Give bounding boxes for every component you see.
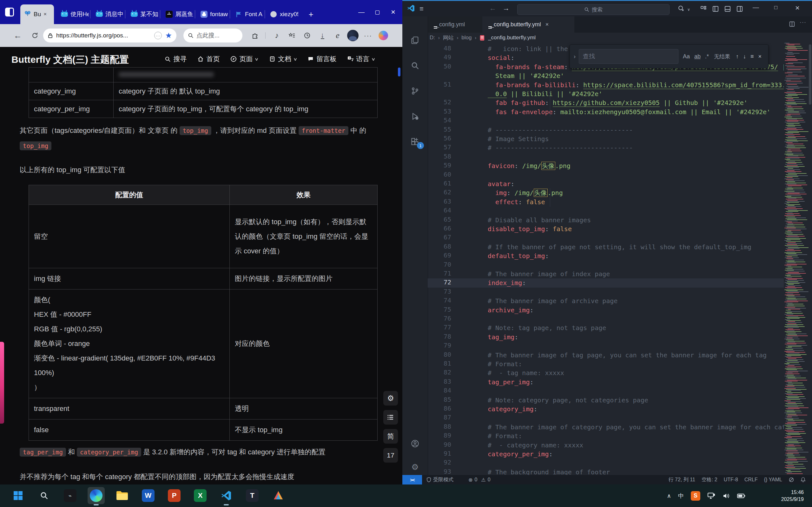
- extensions-icon[interactable]: [248, 29, 262, 43]
- notifications-bell-icon[interactable]: [797, 475, 809, 485]
- download-icon[interactable]: ↓: [315, 29, 329, 43]
- code-editor[interactable]: 48# icon: link || the descrip49social:50…: [428, 43, 784, 475]
- find-in-selection-icon[interactable]: ≡: [751, 53, 754, 60]
- status-encoding[interactable]: UTF-8: [721, 475, 741, 485]
- remote-indicator[interactable]: ><: [402, 475, 422, 485]
- favorite-star-icon[interactable]: ★: [165, 31, 172, 40]
- problems-badge[interactable]: ⊗0 ⚠0: [465, 475, 494, 485]
- find-input[interactable]: 查找: [579, 49, 678, 64]
- file-explorer[interactable]: [114, 487, 131, 504]
- vscode-logo-icon[interactable]: [407, 4, 415, 12]
- account-icon[interactable]: [410, 439, 420, 448]
- sogou-tray-icon[interactable]: S: [691, 491, 700, 501]
- status-indentation[interactable]: 空格: 2: [698, 475, 721, 485]
- tab-close-icon[interactable]: ×: [546, 21, 549, 28]
- whole-word-icon[interactable]: ab: [694, 53, 701, 60]
- tray-clock[interactable]: 15:462025/9/19: [781, 485, 804, 507]
- collections-icon[interactable]: [285, 29, 299, 43]
- edge-maximize-button[interactable]: ▢: [370, 5, 385, 19]
- more-dots-icon[interactable]: ···: [361, 29, 375, 43]
- powerpoint-app[interactable]: P: [166, 487, 183, 504]
- status-language-mode[interactable]: {} YAML: [761, 475, 785, 485]
- page-scrollbar-thumb[interactable]: [398, 67, 400, 76]
- regex-icon[interactable]: .*: [705, 53, 709, 60]
- status-eol[interactable]: CRLF: [741, 475, 761, 485]
- volume-icon[interactable]: [722, 493, 730, 499]
- copilot-disabled-icon[interactable]: [785, 475, 797, 485]
- nav-forward-icon[interactable]: →: [503, 4, 510, 12]
- colorful-app[interactable]: [270, 487, 287, 504]
- tray-expand-icon[interactable]: ∧: [667, 493, 671, 499]
- nav-item-首页[interactable]: 首页: [197, 55, 219, 63]
- copilot-status-icon[interactable]: [677, 5, 685, 12]
- vscode-minimize-button[interactable]: —: [753, 4, 759, 11]
- nav-item-语言[interactable]: 文语言∨: [347, 55, 375, 63]
- source-control-icon[interactable]: [410, 86, 420, 96]
- workspace-icon[interactable]: [5, 8, 14, 16]
- run-debug-icon[interactable]: [410, 112, 420, 121]
- find-prev-icon[interactable]: ↑: [736, 53, 739, 60]
- restricted-mode-badge[interactable]: 受限模式: [423, 475, 457, 485]
- chevron-down-icon[interactable]: ∨: [687, 7, 690, 12]
- nav-item-文档[interactable]: 文档∨: [269, 55, 297, 63]
- search-icon[interactable]: [410, 61, 420, 70]
- nav-item-留言板[interactable]: 留言板: [307, 55, 336, 63]
- quick-search-box[interactable]: 点此搜...: [184, 29, 243, 43]
- browser-tab-消息中[interactable]: 消息中: [92, 4, 125, 24]
- menu-icon[interactable]: ≡: [419, 5, 423, 13]
- explorer-icon[interactable]: [410, 36, 420, 45]
- find-next-icon[interactable]: ↓: [743, 53, 746, 60]
- vscode-maximize-button[interactable]: □: [774, 4, 777, 11]
- vscode-app[interactable]: [218, 487, 235, 504]
- edge-app[interactable]: [88, 487, 105, 504]
- browser-tab-xiezy05[interactable]: xiezy05: [266, 4, 300, 24]
- address-bar[interactable]: https://butterfly.js.org/pos... ··· ★: [43, 29, 176, 43]
- word-app[interactable]: W: [140, 487, 157, 504]
- profile-avatar[interactable]: [346, 29, 360, 43]
- copilot-icon[interactable]: [376, 29, 390, 43]
- browser-tab-Bu[interactable]: Bu×: [20, 4, 54, 24]
- music-icon[interactable]: ♪: [270, 29, 284, 43]
- tab-close-icon[interactable]: ×: [44, 11, 47, 17]
- toggle-panel-icon[interactable]: [724, 5, 731, 12]
- minimap[interactable]: [784, 43, 809, 475]
- excel-app[interactable]: X: [192, 487, 209, 504]
- url-text[interactable]: https://butterfly.js.org/pos...: [56, 32, 128, 39]
- vscode-close-button[interactable]: ×: [795, 3, 800, 12]
- back-button[interactable]: ←: [11, 29, 25, 43]
- editor-tab-_config.butterfly.yml[interactable]: _config.butterfly.yml×: [482, 16, 574, 33]
- toggle-sidebar-icon[interactable]: [712, 5, 719, 12]
- browser-tab-使用He[interactable]: 使用He: [57, 4, 90, 24]
- battery-icon[interactable]: [737, 493, 745, 499]
- taskbar-search[interactable]: [36, 487, 53, 504]
- gear-icon[interactable]: ⚙: [383, 391, 398, 405]
- breadcrumb[interactable]: D:›网站›blog›_config.butterfly.yml: [429, 33, 536, 43]
- browser-tab-屑蒸鱼[interactable]: 屑蒸鱼: [162, 4, 195, 24]
- side-button-简[interactable]: 简: [383, 429, 398, 444]
- breadcrumb-item[interactable]: 网站: [443, 34, 454, 42]
- match-case-icon[interactable]: Aa: [683, 53, 690, 60]
- editor-more-actions-icon[interactable]: ···: [800, 19, 806, 26]
- browser-tab-fontaw[interactable]: fontaw: [197, 4, 230, 24]
- vscode-search-box[interactable]: 搜索: [517, 4, 669, 15]
- find-expand-icon[interactable]: ›: [574, 53, 575, 60]
- site-info-icon[interactable]: ···: [154, 32, 162, 39]
- editor-scrollbar-thumb[interactable]: [809, 44, 811, 105]
- refresh-button[interactable]: [28, 29, 42, 43]
- browser-tab-Font A[interactable]: Font A: [232, 4, 265, 24]
- start-button[interactable]: [9, 487, 27, 504]
- pinned-app-dark[interactable]: ⌁: [61, 487, 79, 504]
- side-button-17[interactable]: 17: [383, 448, 398, 463]
- breadcrumb-item[interactable]: D:: [429, 35, 435, 41]
- toc-icon[interactable]: [383, 410, 398, 425]
- editor-tab-_config.yml[interactable]: _config.yml: [428, 16, 482, 33]
- settings-gear-icon[interactable]: ⚙: [410, 462, 420, 472]
- network-icon[interactable]: [707, 493, 716, 499]
- customize-layout-icon[interactable]: [700, 5, 707, 12]
- split-editor-icon[interactable]: [789, 21, 795, 27]
- t-app[interactable]: T: [244, 487, 261, 504]
- history-icon[interactable]: [300, 29, 314, 43]
- browser-tab-某不知[interactable]: 某不知: [127, 4, 160, 24]
- nav-item-搜寻[interactable]: 搜寻: [165, 55, 187, 63]
- status-cursor-position[interactable]: 行 72, 列 11: [665, 475, 698, 485]
